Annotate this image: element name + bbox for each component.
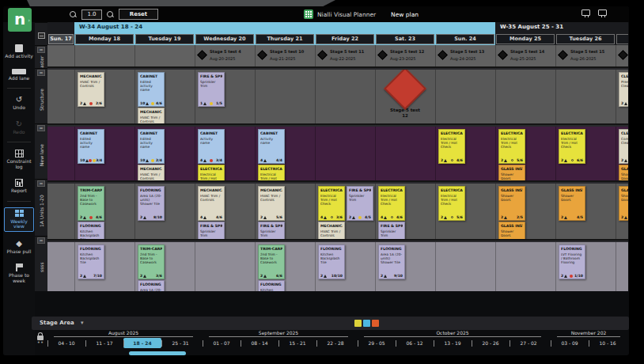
milestone[interactable]	[617, 48, 628, 59]
sidebar-item-report[interactable]: Report	[4, 177, 34, 195]
timeline-week[interactable]: 27 - 02	[510, 338, 547, 348]
sidebar-item-add-activity[interactable]: Add activity	[4, 43, 34, 61]
sidebar-item-add-lane[interactable]: Add lane	[4, 67, 34, 83]
activity-card[interactable]: FIRE & SPRINK...Sprinkler Trim23/5	[258, 222, 285, 241]
timeline-week[interactable]: 10 - 16	[589, 338, 627, 348]
milestone[interactable]: Stage 5 test 15Aug-26-2025	[557, 48, 604, 63]
activity-card[interactable]: FLOORINGKitchen Backsplash Tile28/10	[78, 222, 104, 241]
zoom-level-value[interactable]: 1.0	[81, 9, 102, 20]
stage-color-swatch[interactable]	[372, 320, 379, 327]
lane-handle-new-lane[interactable]: =New lane	[35, 123, 47, 179]
activity-card[interactable]: MECHANICALHVAC Trim / Controls25/6	[258, 186, 285, 221]
activity-card[interactable]: TRIM-CARPENT...2nd Trim - Base to Casewo…	[258, 245, 285, 279]
timeline-week[interactable]: 22 - 28	[316, 338, 354, 348]
activity-card[interactable]: TRIM-CARPENT...2nd Trim - Base to Casewo…	[138, 245, 165, 279]
sidebar-item-constraint-log[interactable]: Constraint log	[4, 148, 34, 171]
milestone[interactable]: Stage 5 test 10Aug-21-2025	[256, 48, 304, 63]
activity-card[interactable]: FLOORINGKitchen Backsplash Tile27/10	[78, 245, 104, 279]
activity-card[interactable]: ELECTRICALElectrical Trim / Hot Check43/…	[318, 186, 345, 221]
nialli-n-logo[interactable]: n›	[8, 8, 32, 32]
timeline-week[interactable]: 08 - 14	[241, 338, 278, 348]
milestone[interactable]: Stage 5 test 4Aug-20-2025	[196, 48, 241, 63]
sidebar-expand-chevron[interactable]: ›	[28, 9, 30, 32]
timeline-week[interactable]: 29 - 05	[358, 338, 396, 348]
timeline-week[interactable]: 25 - 31	[161, 338, 199, 348]
milestone[interactable]: Stage 5 test 13Aug-24-2025	[437, 48, 484, 63]
activity-card[interactable]: CLEANINGConstruction Clean2	[619, 129, 628, 164]
red-milestone-diamond[interactable]	[384, 70, 426, 110]
lane-handle-1a-units-1-20[interactable]: =1A Units 1-20	[35, 179, 47, 236]
horizontal-scrollbar-thumb[interactable]	[129, 351, 186, 355]
activity-card[interactable]: FIRE & SPRINK...Sprinkler Trim12/5	[198, 222, 225, 241]
day-header[interactable]: Tuesday 19	[135, 34, 194, 44]
day-header[interactable]: Tuesday 26	[556, 34, 615, 44]
sidebar-item-redo[interactable]: ↻Redo	[4, 119, 34, 137]
activity-card[interactable]: FLOORINGKitchen Backsplash Tile	[258, 280, 285, 291]
activity-card[interactable]: ELECTRICALElectrical Trim / Hot Check44/…	[378, 186, 405, 221]
zoom-in-icon[interactable]	[107, 11, 114, 18]
timeline-week[interactable]: 13 - 19	[434, 338, 472, 348]
timeline-week[interactable]: 06 - 12	[396, 338, 434, 348]
timeline-week[interactable]: 04 - 10	[47, 338, 85, 348]
activity-card[interactable]: GLASS INSTAL...Shower Doors22/5	[498, 186, 525, 221]
display-share-icon[interactable]	[598, 9, 607, 16]
activity-card[interactable]: CABINETEdited activity name102/4	[138, 129, 165, 164]
day-header[interactable]: Monday 25	[496, 34, 555, 44]
activity-card[interactable]: FLOORINGArea 1A (20-units) Shower Tile	[138, 280, 165, 291]
activity-card[interactable]: FLOORINGArea 1A (20-units) Shower Tile28…	[138, 186, 165, 221]
activity-card[interactable]: MECHANICALHVAC Trim / Controls22/6	[78, 72, 104, 107]
sidebar-item-undo[interactable]: ↺Undo	[4, 94, 34, 112]
timeline-week[interactable]: 20 - 26	[472, 338, 510, 348]
timeline-week[interactable]: 03 - 09	[551, 338, 589, 348]
day-header[interactable]: Sun. 17	[48, 34, 74, 44]
day-header[interactable]: Monday 18	[75, 34, 134, 44]
activity-card[interactable]: ELECTRICALElectrical Trim / Hot Check26/…	[559, 129, 585, 164]
activity-card[interactable]: GLASS INSTAL...Shower Doors21/10	[498, 165, 525, 182]
activity-card[interactable]: ELECTRICALElectrical Trim / Hot Check22/…	[258, 165, 285, 182]
stage-color-swatch[interactable]	[354, 320, 362, 327]
zoom-out-icon[interactable]	[70, 11, 77, 18]
activity-card[interactable]: FIRE & SPRINK...Sprinkler Trim25/5	[378, 222, 405, 241]
lane-collapse-icon[interactable]: =	[37, 180, 45, 187]
activity-card[interactable]: ELECTRICALElectrical Trim / Hot Check25/…	[438, 186, 465, 221]
plan-name[interactable]: New plan	[391, 11, 419, 18]
activity-card[interactable]: GLASS INSTAL...Shower Doors2	[619, 165, 628, 182]
activity-card[interactable]: ELECTRICALElectrical Trim / Hot Check25/…	[498, 129, 525, 164]
activity-card[interactable]: TRIM-CARPENT...2nd Trim - Base to Casewo…	[78, 186, 104, 221]
lane-handle-ssss[interactable]: =ssss	[35, 236, 47, 291]
activity-card[interactable]: FIRE & SPRINK...Sprinkler Trim11/5	[198, 72, 225, 107]
day-header[interactable]: Friday 22	[316, 34, 374, 44]
sidebar-item-weekly-view[interactable]: Weekly view	[4, 207, 34, 232]
activity-card[interactable]: FLOORINGArea 1A (20-units) Shower Tile29…	[378, 245, 405, 279]
milestone[interactable]: Stage 5 test 14Aug-25-2025	[497, 48, 544, 63]
timeline-lock[interactable]: ••	[35, 332, 46, 345]
activity-card[interactable]: GLASS INSTAL...Shower Doors24/5	[559, 186, 585, 221]
day-header[interactable]: Thursday 21	[256, 34, 314, 44]
milestone[interactable]: Stage 5 test 12Aug-23-2025	[377, 48, 424, 63]
activity-card[interactable]: ELECTRICALElectrical Trim / Hot Check21/…	[198, 165, 225, 182]
day-header[interactable]: Sun. 24	[436, 34, 494, 44]
activity-card[interactable]: MECHANICALHVAC Trim / Controls26/6	[318, 222, 345, 241]
day-header[interactable]: Wednesday 20	[195, 34, 254, 44]
milestone[interactable]: Stage 5 test 11Aug-22-2025	[316, 48, 364, 63]
lane-collapse-all-icon[interactable]	[38, 32, 45, 39]
activity-card[interactable]: CABINETEdited activity name103/4	[78, 129, 104, 164]
activity-card[interactable]: GLASS INSTAL...Shower Doors2	[619, 186, 628, 221]
activity-card[interactable]: CLEANINGPremium Clean2	[619, 72, 628, 107]
reset-zoom-button[interactable]: Reset	[119, 9, 158, 20]
lane-collapse-icon[interactable]: =	[37, 70, 45, 76]
activity-card[interactable]: FIRE & SPRINK...Sprinkler Trim24/5	[347, 186, 373, 221]
lane-collapse-icon[interactable]: =	[37, 125, 45, 131]
activity-card[interactable]: MECHANICALHVAC Trim / Controls21/6	[138, 165, 165, 182]
timeline-week[interactable]: 01 - 07	[203, 338, 241, 348]
activity-card[interactable]: CABINETActivity name44/4	[258, 129, 285, 164]
lane-handle-structure[interactable]: =Structure	[35, 68, 47, 123]
stage-area-label[interactable]: Stage Area	[40, 320, 74, 326]
activity-card[interactable]: CABINETActivity name43/4	[198, 129, 225, 164]
day-header[interactable]: Sat. 23	[376, 34, 434, 44]
activity-card[interactable]: FLOORINGLVT Flooring / Bathroom Flooring…	[559, 245, 585, 279]
day-header[interactable]: We	[616, 34, 628, 44]
activity-card[interactable]: FLOORINGKitchen Backsplash Tile210/10	[318, 245, 345, 279]
stage-color-swatch[interactable]	[363, 320, 370, 327]
timeline-week[interactable]: 18 - 24	[123, 338, 161, 348]
